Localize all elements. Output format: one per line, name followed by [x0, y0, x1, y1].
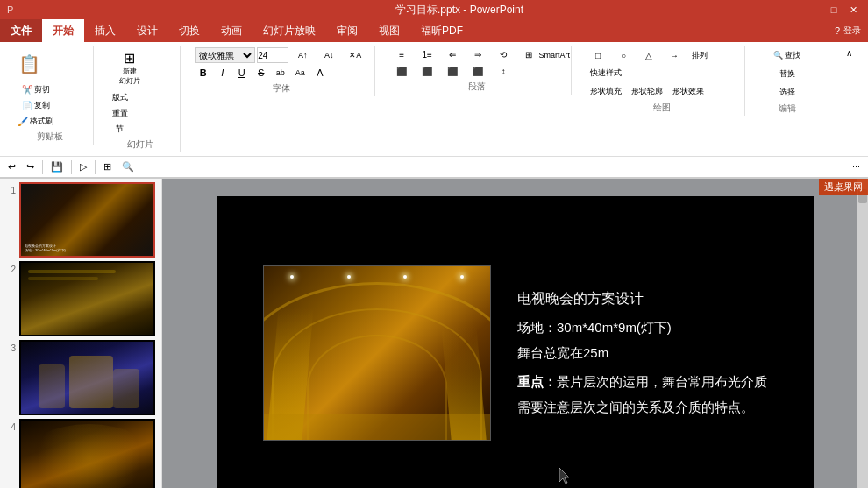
signin-button[interactable]: 登录 — [843, 25, 861, 37]
shadow-button[interactable]: ab — [272, 66, 289, 80]
tab-home[interactable]: 开始 — [42, 19, 84, 42]
mouse-cursor — [559, 468, 573, 488]
paragraph-label: 段落 — [468, 81, 486, 93]
slide-text-line-5: 需要注意层次之间的关系及介质的特点。 — [517, 395, 767, 419]
cut-button[interactable]: ✂️ 剪切 — [14, 82, 57, 97]
case-button[interactable]: Aa — [291, 66, 309, 80]
increase-indent-button[interactable]: ⇒ — [466, 47, 490, 62]
maximize-button[interactable]: □ — [826, 4, 842, 16]
collapse-ribbon-button[interactable]: ∧ — [836, 46, 861, 60]
tab-foxit[interactable]: 福昕PDF — [410, 19, 473, 42]
tab-review[interactable]: 审阅 — [326, 19, 368, 42]
shape-arrow[interactable]: → — [662, 47, 687, 64]
minimize-button[interactable]: — — [807, 4, 822, 16]
paste-button[interactable]: 📋 — [14, 47, 45, 81]
more-options-button[interactable]: ⋯ — [848, 161, 864, 173]
tab-insert[interactable]: 插入 — [84, 19, 126, 42]
slide-number-4: 4 — [4, 422, 16, 432]
editing-group: 🔍 查找 替换 选择 编辑 — [752, 46, 822, 117]
ribbon: 文件 开始 插入 设计 切换 动画 幻灯片放映 审阅 视图 福昕PDF ? 登录… — [0, 19, 868, 179]
slide-thumb-image-4[interactable] — [19, 419, 155, 488]
replace-button[interactable]: 替换 — [759, 66, 815, 82]
shape-effects-button[interactable]: 形状效果 — [668, 83, 708, 100]
slide-thumbnail-2[interactable]: 2 — [4, 261, 158, 336]
format-painter-button[interactable]: 🖌️ 格式刷 — [14, 114, 57, 129]
align-left-button[interactable]: ⬛ — [389, 64, 414, 79]
shape-oval[interactable]: ○ — [611, 47, 636, 64]
close-button[interactable]: ✕ — [845, 4, 861, 16]
quick-styles-button[interactable]: 快速样式 — [586, 65, 626, 81]
watermark: 遇桌果网 — [819, 179, 868, 195]
italic-button[interactable]: I — [214, 65, 231, 81]
underline-button[interactable]: U — [233, 65, 251, 81]
shape-triangle[interactable]: △ — [637, 47, 661, 64]
font-size-decrease[interactable]: A↓ — [317, 49, 341, 61]
slide-thumbnail-3[interactable]: 3 — [4, 340, 158, 415]
drawing-group: □ ○ △ → 排列 快速样式 形状填充 形状轮廓 形状效果 绘图 — [579, 46, 745, 116]
tab-transition[interactable]: 切换 — [168, 19, 210, 42]
layout-button[interactable]: 版式 — [108, 90, 132, 105]
vertical-scrollbar[interactable] — [857, 179, 868, 488]
slide-thumbnail-1[interactable]: 1 电视晚会的方案设计 场地：30m*40m*9m(灯下) — [4, 182, 158, 258]
shape-rect[interactable]: □ — [586, 47, 610, 64]
numbering-button[interactable]: 1≡ — [415, 47, 439, 62]
tab-view[interactable]: 视图 — [368, 19, 410, 42]
font-name-select[interactable]: 微软雅黑 — [195, 47, 255, 63]
font-size-increase[interactable]: A↑ — [290, 49, 315, 61]
text-direction-button[interactable]: ⟲ — [491, 47, 516, 62]
view-options-button[interactable]: ⊞ — [99, 159, 116, 174]
start-slideshow-button[interactable]: ▷ — [75, 159, 91, 174]
title-bar: P 学习目标.pptx - PowerPoint — □ ✕ — [0, 0, 868, 19]
font-color-button[interactable]: A — [311, 65, 329, 81]
tab-design[interactable]: 设计 — [126, 19, 168, 42]
clear-format-button[interactable]: ✕A — [343, 49, 367, 61]
strikethrough-button[interactable]: S — [253, 65, 270, 81]
copy-button[interactable]: 📄 复制 — [14, 98, 57, 113]
justify-button[interactable]: ⬛ — [466, 64, 490, 79]
help-icon[interactable]: ? — [835, 25, 840, 36]
font-size-input[interactable] — [257, 47, 288, 63]
find-button[interactable]: 🔍 查找 — [759, 47, 815, 64]
slide-thumb-image-2[interactable] — [19, 261, 155, 336]
slide-canvas: 电视晚会的方案设计 场地：30m*40m*9m(灯下) 舞台总宽在25m 重点：… — [217, 196, 814, 488]
line-spacing-button[interactable]: ↕ — [491, 64, 516, 79]
tab-animation[interactable]: 动画 — [210, 19, 253, 42]
select-button[interactable]: 选择 — [759, 84, 815, 101]
slide-thumb-content-3 — [19, 340, 155, 415]
font-label: 字体 — [273, 82, 290, 95]
editing-label: 编辑 — [779, 103, 796, 115]
bold-button[interactable]: B — [195, 65, 212, 81]
bullets-button[interactable]: ≡ — [389, 47, 414, 62]
separator-1 — [42, 160, 43, 174]
format-bar: ↩ ↪ 💾 ▷ ⊞ 🔍 ⋯ — [0, 157, 868, 178]
slide-thumb-image-1[interactable]: 电视晚会的方案设计 场地：30m*40m*9m(灯下) — [19, 182, 155, 258]
align-center-button[interactable]: ⬛ — [415, 64, 439, 79]
ribbon-content: 📋 ✂️ 剪切 📄 复制 🖌️ 格式刷 剪贴板 ⊞ 新建幻灯片 — [0, 42, 868, 157]
tab-slideshow[interactable]: 幻灯片放映 — [253, 19, 326, 42]
align-right-button[interactable]: ⬛ — [440, 64, 465, 79]
new-slide-button[interactable]: ⊞ 新建幻灯片 — [108, 47, 152, 88]
redo-button[interactable]: ↪ — [22, 159, 39, 174]
align-text-button[interactable]: ⊞ — [516, 47, 541, 62]
slide-number-2: 2 — [4, 265, 16, 274]
decrease-indent-button[interactable]: ⇐ — [440, 47, 465, 62]
ribbon-tab-bar: 文件 开始 插入 设计 切换 动画 幻灯片放映 审阅 视图 福昕PDF ? 登录 — [0, 19, 868, 42]
main-area: 1 电视晚会的方案设计 场地：30m*40m*9m(灯下) 2 — [0, 179, 868, 488]
zoom-button[interactable]: 🔍 — [117, 159, 139, 174]
window-controls[interactable]: — □ ✕ — [807, 4, 861, 16]
slide-number-3: 3 — [4, 343, 16, 353]
shape-outline-button[interactable]: 形状轮廓 — [627, 83, 667, 100]
tab-file[interactable]: 文件 — [0, 19, 42, 42]
separator-3 — [95, 160, 96, 174]
canvas-area[interactable]: 遇桌果网 — [162, 179, 868, 488]
convert-smartart-button[interactable]: SmartArt — [542, 47, 566, 62]
slide-thumb-image-3[interactable] — [19, 340, 155, 415]
app-icon: P — [7, 4, 112, 15]
undo-button[interactable]: ↩ — [4, 159, 20, 174]
slide-thumbnail-4[interactable]: 4 — [4, 419, 158, 488]
arrange-button[interactable]: 排列 — [687, 47, 712, 64]
section-button[interactable]: 节 — [108, 122, 132, 137]
save-button[interactable]: 💾 — [46, 159, 68, 174]
shape-fill-button[interactable]: 形状填充 — [586, 83, 626, 100]
reset-button[interactable]: 重置 — [108, 106, 132, 121]
